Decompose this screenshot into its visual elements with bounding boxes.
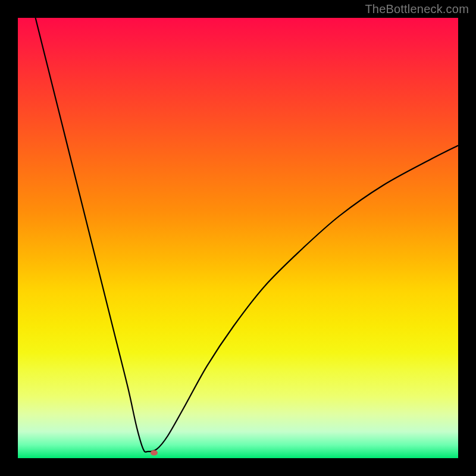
curve-path (36, 18, 458, 452)
optimum-marker (151, 450, 158, 456)
plot-area (18, 18, 458, 458)
chart-frame: TheBottleneck.com (0, 0, 476, 476)
watermark-text: TheBottleneck.com (365, 2, 469, 16)
bottleneck-curve (18, 18, 458, 458)
